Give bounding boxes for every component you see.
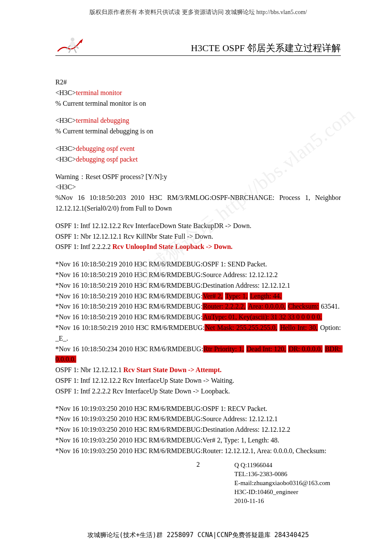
line: *Nov 16 10:19:03:250 2010 H3C RM/6/RMDEB… [55,435,341,446]
line: % Current terminal monitor is on [55,98,341,109]
line: *Nov 16 10:18:50:219 2010 H3C RM/6/RMDEB… [55,280,341,291]
footer-tel: TEL:136-2383-0086 [234,470,341,479]
line: *Nov 16 10:18:50:219 2010 H3C RM/6/RMDEB… [55,312,341,323]
line: <H3C>debugging ospf event [55,144,341,154]
line: *Nov 16 10:18:50:219 2010 H3C RM/6/RMDEB… [55,270,341,280]
footer-date: 2010-11-16 [234,497,341,506]
line: *Nov 16 10:19:03:250 2010 H3C RM/6/RMDEB… [55,404,341,414]
line: R2# [55,77,341,88]
svg-line-5 [74,49,76,53]
line: OSPF 1: Nbr 12.12.12.1 Rcv Start State D… [55,365,341,376]
line: OSPF 1: Intf 12.12.12.2 Rcv InterfaceUp … [55,376,341,386]
line: OSPF 1: Intf 12.12.12.2 Rcv InterfaceDow… [55,221,341,231]
line: *Nov 16 10:18:50:219 2010 H3C RM/6/RMDEB… [55,291,341,302]
svg-point-1 [70,41,75,48]
line: OSPF 1: Intf 2.2.2.2 Rcv UnloopInd State… [55,242,341,252]
document-title: H3CTE OSPF 邻居关系建立过程详解 [191,42,341,55]
line: *Nov 16 10:18:50:219 2010 H3C RM/6/RMDEB… [55,301,341,312]
line: <H3C> [55,182,341,193]
terminal-output: R2# <H3C>terminal monitor % Current term… [55,77,341,457]
svg-point-0 [71,38,75,41]
top-copyright-header: 版权归原作者所有 本资料只供试读 更多资源请访问 攻城狮论坛 http://bb… [55,9,341,16]
line: OSPF 1: Intf 2.2.2.2 Rcv InterfaceUp Sta… [55,386,341,397]
line: *Nov 16 10:18:50:219 2010 H3C RM/6/RMDEB… [55,323,341,344]
logo-icon [55,33,85,55]
line: Warning：Reset OSPF process? [Y/N]:y [55,172,341,182]
line: *Nov 16 10:19:03:250 2010 H3C RM/6/RMDEB… [55,414,341,425]
line: %Nov 16 10:18:50:203 2010 H3C RM/3/RMLOG… [55,193,341,214]
line: % Current terminal debugging is on [55,126,341,137]
line: *Nov 16 10:19:03:250 2010 H3C RM/6/RMDEB… [55,425,341,435]
document-header: H3CTE OSPF 邻居关系建立过程详解 [55,33,341,56]
line: <H3C>terminal debugging [55,116,341,126]
line: OSPF 1: Nbr 12.12.12.1 Rcv KillNbr State… [55,231,341,242]
footer-contact: Q Q:11966044 TEL:136-2383-0086 E-mail:zh… [234,461,341,506]
line: <H3C>debugging ospf packet [55,154,341,165]
line: *Nov 16 10:18:50:234 2010 H3C RM/6/RMDEB… [55,344,341,365]
line: *Nov 16 10:19:03:250 2010 H3C RM/6/RMDEB… [55,446,341,457]
footer-email: E-mail:zhuangxiaobo0316@163.com [234,479,341,488]
line: <H3C>terminal monitor [55,88,341,98]
line: *Nov 16 10:18:50:219 2010 H3C RM/6/RMDEB… [55,259,341,270]
footer-qq: Q Q:11966044 [234,461,341,470]
bottom-footer: 攻城狮论坛(技术+生活)群 2258097 CCNA|CCNP免费答疑题库 28… [55,531,341,539]
footer-h3cid: H3C-ID:10460_engineer [234,488,341,497]
